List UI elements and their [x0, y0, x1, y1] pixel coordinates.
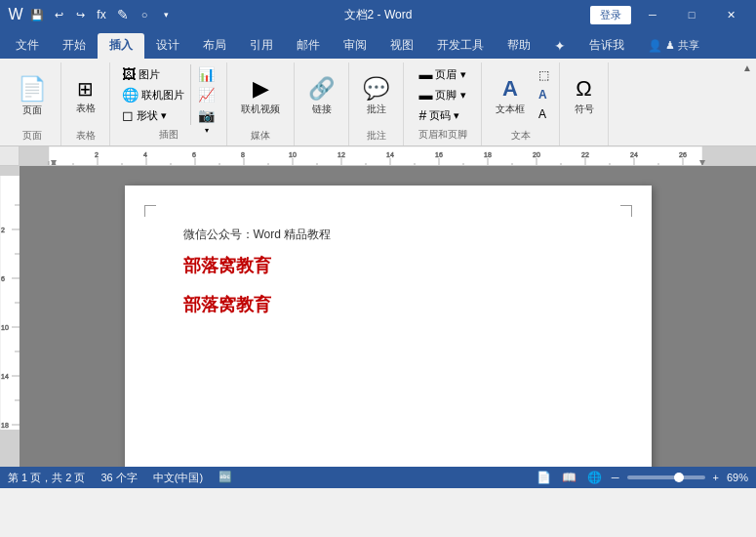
tab-design[interactable]: 设计	[144, 33, 191, 59]
tab-developer[interactable]: 开发工具	[425, 33, 496, 59]
group-comments: 💬 批注 批注	[349, 62, 404, 145]
footer-btn[interactable]: ▬ 页脚 ▾	[415, 85, 469, 104]
footer-icon: ▬	[418, 87, 432, 103]
link-btn[interactable]: 🔗 链接	[300, 64, 342, 127]
ruler-container: 2 4 6 8 10 12 14 16 18 20 22	[0, 146, 756, 166]
svg-text:2: 2	[1, 227, 5, 233]
tab-view[interactable]: 视图	[378, 33, 425, 59]
undo-btn[interactable]: ↩	[51, 7, 66, 22]
zoom-percent[interactable]: 69%	[727, 472, 748, 483]
status-right: 📄 📖 🌐 ─ + 69%	[536, 469, 748, 486]
svg-text:4: 4	[143, 151, 147, 158]
login-button[interactable]: 登录	[590, 6, 631, 24]
document-line-2: 部落窝教育	[183, 250, 593, 281]
chart-btn[interactable]: 📈	[194, 85, 219, 104]
screenshot-btn[interactable]: 📷 ▾	[194, 105, 219, 125]
status-bar: 第 1 页，共 2 页 36 个字 中文(中国) 🔤 📄 📖 🌐 ─ + 69%	[0, 467, 756, 488]
tab-lightbulb[interactable]: ✦	[542, 33, 577, 59]
web-layout-btn[interactable]: 🌐	[586, 469, 604, 486]
smartart-btn[interactable]: 📊	[194, 64, 219, 84]
cover-page-btn[interactable]: 📄 页面	[10, 64, 55, 127]
tab-home[interactable]: 开始	[51, 33, 98, 59]
print-layout-btn[interactable]: 📄	[536, 469, 553, 486]
tab-layout[interactable]: 布局	[191, 33, 238, 59]
read-mode-btn[interactable]: 📖	[561, 469, 578, 486]
zoom-slider-thumb[interactable]	[674, 473, 684, 482]
close-btn[interactable]: ✕	[713, 0, 748, 29]
svg-text:10: 10	[289, 151, 297, 158]
document-area[interactable]: 微信公众号：Word 精品教程 部落窝教育 部落窝教育	[20, 166, 756, 467]
circle-btn[interactable]: ○	[137, 7, 152, 22]
ribbon-collapse-btn[interactable]: ▲	[742, 62, 752, 73]
title-text: 文档2 - Word	[344, 8, 413, 21]
svg-text:20: 20	[533, 151, 540, 158]
online-video-icon: ▶	[253, 76, 269, 102]
tab-mailings[interactable]: 邮件	[285, 33, 332, 59]
page-number-btn[interactable]: # 页码 ▾	[415, 105, 463, 125]
page-number-icon: #	[418, 107, 426, 123]
svg-rect-46	[0, 166, 20, 176]
ruler-corner	[0, 146, 20, 166]
link-icon: 🔗	[308, 76, 335, 102]
cover-page-icon: 📄	[18, 75, 47, 103]
dropcap-icon: A	[538, 107, 546, 121]
group-table: ⊞ 表格 表格	[61, 62, 110, 145]
tab-tellme[interactable]: 告诉我	[577, 33, 636, 59]
document-page: 微信公众号：Word 精品教程 部落窝教育 部落窝教育	[125, 186, 652, 467]
macro-btn[interactable]: ✎	[115, 7, 131, 22]
links-label	[300, 131, 342, 144]
group-illustrations: 🖼 图片 🌐 联机图片 ◻ 形状 ▾ 📊	[110, 62, 227, 145]
quick-parts-btn[interactable]: ⬚	[535, 66, 553, 84]
dropcap-btn[interactable]: A	[535, 105, 553, 123]
page-info: 第 1 页，共 2 页	[8, 471, 85, 485]
group-header-footer: ▬ 页眉 ▾ ▬ 页脚 ▾ # 页码 ▾ 页眉和页脚	[404, 62, 482, 145]
svg-text:18: 18	[484, 151, 492, 158]
wordart-btn[interactable]: A	[535, 86, 553, 103]
tab-insert[interactable]: 插入	[98, 33, 144, 59]
svg-text:18: 18	[1, 422, 9, 429]
zoom-slider[interactable]	[627, 475, 705, 479]
tab-references[interactable]: 引用	[238, 33, 285, 59]
minimize-btn[interactable]: ─	[635, 0, 670, 29]
tab-review[interactable]: 审阅	[332, 33, 378, 59]
tab-file[interactable]: 文件	[4, 33, 51, 59]
svg-text:2: 2	[95, 151, 99, 158]
svg-text:8: 8	[241, 151, 245, 158]
text-box-btn[interactable]: A 文本框	[488, 64, 533, 127]
save-quick-btn[interactable]: 💾	[29, 7, 45, 22]
ruler-svg: 2 4 6 8 10 12 14 16 18 20 22	[20, 146, 756, 166]
comment-btn[interactable]: 💬 批注	[355, 64, 397, 127]
illustrations-label: 插图	[116, 128, 220, 144]
header-btn[interactable]: ▬ 页眉 ▾	[415, 64, 469, 84]
symbol-btn[interactable]: Ω 符号	[567, 64, 602, 127]
shape-btn[interactable]: ◻ 形状 ▾	[118, 105, 188, 125]
customize-btn[interactable]: ▾	[158, 7, 174, 22]
online-video-btn[interactable]: ▶ 联机视频	[233, 64, 288, 127]
status-left: 第 1 页，共 2 页 36 个字 中文(中国) 🔤	[8, 471, 232, 485]
formula-btn[interactable]: fx	[94, 7, 109, 22]
ribbon-tabs: 文件 开始 插入 设计 布局 引用 邮件 审阅 视图 开发工具 帮助 ✦ 告诉我…	[0, 29, 756, 59]
language: 中文(中国)	[153, 471, 203, 485]
smartart-icon: 📊	[198, 66, 215, 82]
svg-text:6: 6	[192, 151, 196, 158]
tab-share[interactable]: 👤♟ 共享	[636, 33, 711, 59]
ruler-left: 2 6 10 14 18	[0, 166, 20, 467]
page-corner-tl	[144, 205, 156, 217]
comments-buttons: 💬 批注	[355, 64, 397, 127]
zoom-minus[interactable]: ─	[612, 472, 619, 483]
table-btn[interactable]: ⊞ 表格	[68, 64, 103, 127]
tab-help[interactable]: 帮助	[496, 33, 542, 59]
input-mode: 🔤	[219, 471, 232, 485]
redo-btn[interactable]: ↪	[72, 7, 88, 22]
svg-rect-47	[0, 430, 20, 467]
restore-btn[interactable]: □	[674, 0, 709, 29]
ruler-left-svg: 2 6 10 14 18	[0, 166, 20, 467]
online-picture-icon: 🌐	[122, 87, 139, 103]
picture-btn[interactable]: 🖼 图片	[118, 64, 188, 84]
svg-text:26: 26	[679, 151, 687, 158]
svg-text:12: 12	[338, 151, 345, 158]
title-right-controls: 登录 ─ □ ✕	[590, 0, 748, 29]
svg-text:22: 22	[581, 151, 589, 158]
zoom-plus[interactable]: +	[713, 472, 719, 483]
online-picture-btn[interactable]: 🌐 联机图片	[118, 85, 188, 104]
